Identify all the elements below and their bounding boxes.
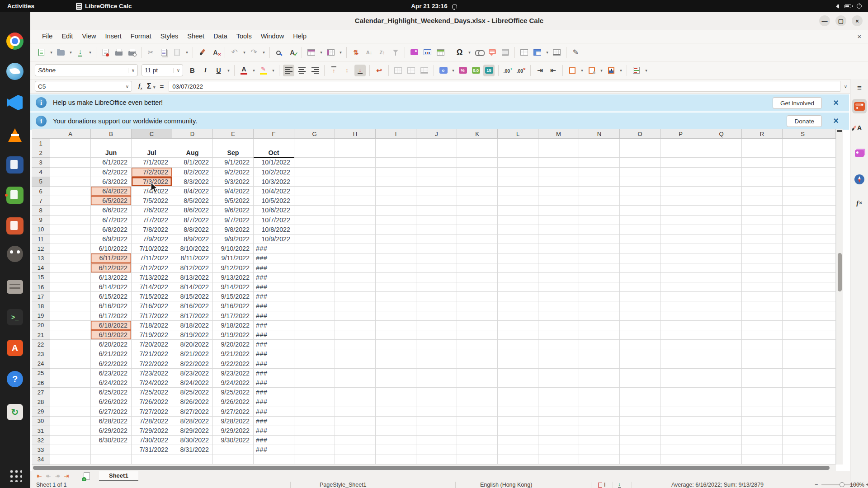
cell-M18[interactable] [538,301,579,311]
cell-L1[interactable] [498,139,538,148]
cell-C13[interactable]: 7/11/2022 [132,253,172,263]
cell-K9[interactable] [457,216,498,225]
cell-L24[interactable] [498,359,538,369]
window-title-bar[interactable]: Calendar_Highlight_Weekend_Days.xlsx - L… [30,12,868,29]
col-header-E[interactable]: E [213,129,254,139]
insert-chart-button[interactable] [422,47,433,58]
cell-F31[interactable]: ### [254,426,294,436]
open-button[interactable] [55,47,66,58]
cell-R6[interactable] [742,187,783,196]
insert-image-button[interactable] [409,47,420,58]
open-dropdown-button[interactable]: ▾ [68,47,73,58]
dock-item-impress[interactable] [4,215,26,237]
cell-E27[interactable]: 9/25/2022 [213,388,254,397]
redo-dropdown-button[interactable]: ▾ [261,47,266,58]
cell-R18[interactable] [742,301,783,311]
cell-D1[interactable] [172,139,213,148]
cell-F34[interactable] [254,455,294,465]
cell-H26[interactable] [335,378,376,388]
cell-I21[interactable] [376,330,416,340]
cell-S28[interactable] [783,397,823,407]
cell-I11[interactable] [376,235,416,244]
cell-E22[interactable]: 9/20/2022 [213,340,254,349]
cell-Q25[interactable] [701,369,742,378]
insert-column-dropdown-button[interactable]: ▾ [338,47,343,58]
cell-G19[interactable] [294,311,335,321]
cell-A5[interactable] [50,177,91,187]
cell-A30[interactable] [50,417,91,426]
insert-column-button[interactable] [325,47,336,58]
cell-A23[interactable] [50,349,91,359]
row-header-18[interactable]: 18 [32,301,50,311]
cell-J29[interactable] [416,407,457,417]
cell-R20[interactable] [742,321,783,330]
redo-button[interactable] [248,47,259,58]
col-header-L[interactable]: L [498,129,538,139]
format-date-button[interactable]: 15 [483,65,495,76]
cell-C14[interactable]: 7/12/2022 [132,263,172,273]
cell-S34[interactable] [783,455,823,465]
cell-N31[interactable] [579,426,620,436]
merge-cells-button[interactable] [392,65,404,76]
cell-C11[interactable]: 7/9/2022 [132,235,172,244]
cell-H34[interactable] [335,455,376,465]
undo-dropdown-button[interactable]: ▾ [242,47,246,58]
cell-I4[interactable] [376,168,416,177]
cell-C21[interactable]: 7/19/2022 [132,330,172,340]
row-header-4[interactable]: 4 [32,168,50,177]
cell-K27[interactable] [457,388,498,397]
cell-H33[interactable] [335,445,376,455]
col-header-I[interactable]: I [376,129,416,139]
row-header-29[interactable]: 29 [32,407,50,417]
cell-J32[interactable] [416,436,457,445]
cell-D34[interactable] [172,455,213,465]
cell-H30[interactable] [335,417,376,426]
cell-N25[interactable] [579,369,620,378]
maximize-button[interactable]: ▢ [835,15,846,26]
cell-C4[interactable]: 7/2/2022 [132,168,172,177]
dock-item-vlc[interactable] [4,124,26,146]
save-button[interactable]: ↓ [75,47,86,58]
cell-N34[interactable] [579,455,620,465]
cell-R16[interactable] [742,282,783,292]
add-decimal-button[interactable]: .00+ [502,65,514,76]
cell-P5[interactable] [660,177,701,187]
cell-G33[interactable] [294,445,335,455]
dock-item-thunderbird[interactable] [4,61,26,82]
cell-D26[interactable]: 8/24/2022 [172,378,213,388]
cell-B32[interactable]: 6/30/2022 [91,436,132,445]
row-header-20[interactable]: 20 [32,321,50,330]
cell-B33[interactable] [91,445,132,455]
cell-Q17[interactable] [701,292,742,301]
cell-H25[interactable] [335,369,376,378]
cell-F19[interactable]: ### [254,311,294,321]
cell-E1[interactable] [213,139,254,148]
cell-D5[interactable]: 8/3/2022 [172,177,213,187]
cell-K21[interactable] [457,330,498,340]
cell-S6[interactable] [783,187,823,196]
cell-P27[interactable] [660,388,701,397]
cell-O1[interactable] [620,139,660,148]
language-label[interactable]: English (Hong Kong) [480,481,532,488]
sidebar-functions-button[interactable]: f× [852,196,867,210]
cell-M1[interactable] [538,139,579,148]
menu-insert[interactable]: Insert [101,31,126,41]
cell-O26[interactable] [620,378,660,388]
cell-P13[interactable] [660,253,701,263]
cell-E25[interactable]: 9/23/2022 [213,369,254,378]
cell-I34[interactable] [376,455,416,465]
cell-H20[interactable] [335,321,376,330]
cell-R21[interactable] [742,330,783,340]
cell-H14[interactable] [335,263,376,273]
cell-O23[interactable] [620,349,660,359]
cell-S26[interactable] [783,378,823,388]
cell-Q24[interactable] [701,359,742,369]
cell-O10[interactable] [620,225,660,235]
cell-C9[interactable]: 7/7/2022 [132,216,172,225]
cell-H1[interactable] [335,139,376,148]
cell-S4[interactable] [783,168,823,177]
cell-S13[interactable] [783,253,823,263]
dock-item-vscode[interactable] [4,92,26,113]
cell-I9[interactable] [376,216,416,225]
cell-B30[interactable]: 6/28/2022 [91,417,132,426]
